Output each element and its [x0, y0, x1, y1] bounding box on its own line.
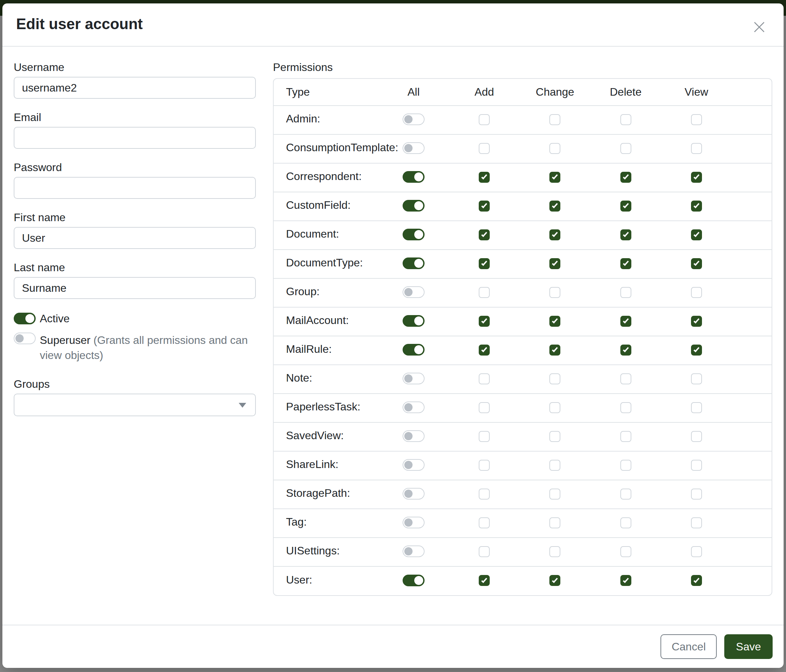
permission-view-checkbox[interactable]: [691, 345, 702, 356]
permission-delete-checkbox[interactable]: [620, 374, 631, 384]
permission-add-checkbox[interactable]: [479, 143, 490, 154]
permission-add-checkbox[interactable]: [479, 488, 490, 499]
cancel-button[interactable]: Cancel: [660, 634, 717, 659]
permission-add-checkbox[interactable]: [479, 345, 490, 356]
password-input[interactable]: [14, 177, 256, 199]
permission-all-toggle[interactable]: [402, 344, 424, 356]
permission-add-checkbox[interactable]: [479, 431, 490, 442]
permission-view-checkbox[interactable]: [691, 172, 702, 183]
permission-change-checkbox[interactable]: [549, 517, 560, 528]
permission-change-checkbox[interactable]: [549, 460, 560, 471]
permission-add-checkbox[interactable]: [479, 258, 490, 269]
permission-change-checkbox[interactable]: [549, 402, 560, 413]
permission-view-checkbox[interactable]: [691, 517, 702, 528]
permission-add-checkbox[interactable]: [479, 201, 490, 212]
permission-all-toggle[interactable]: [402, 545, 424, 557]
toggle-knob: [404, 490, 413, 498]
permission-change-checkbox[interactable]: [549, 172, 560, 183]
permission-add-checkbox[interactable]: [479, 402, 490, 413]
permission-view-checkbox[interactable]: [691, 229, 702, 240]
permission-all-toggle[interactable]: [402, 373, 424, 384]
permission-change-checkbox[interactable]: [549, 143, 560, 154]
permission-delete-checkbox[interactable]: [620, 201, 631, 212]
permission-delete-checkbox[interactable]: [620, 431, 631, 442]
permission-add-checkbox[interactable]: [479, 229, 490, 240]
permission-delete-checkbox[interactable]: [620, 345, 631, 356]
permission-add-checkbox[interactable]: [479, 172, 490, 183]
permission-delete-checkbox[interactable]: [620, 402, 631, 413]
permission-view-checkbox[interactable]: [691, 201, 702, 212]
permission-all-toggle[interactable]: [402, 171, 424, 183]
permission-view-checkbox[interactable]: [691, 402, 702, 413]
permission-all-toggle[interactable]: [402, 575, 424, 586]
active-toggle[interactable]: [14, 313, 36, 324]
permission-delete-checkbox[interactable]: [620, 229, 631, 240]
permission-change-checkbox[interactable]: [549, 575, 560, 586]
permission-view-checkbox[interactable]: [691, 316, 702, 327]
permission-all-toggle[interactable]: [402, 459, 424, 471]
permission-all-toggle[interactable]: [402, 286, 424, 298]
permission-all-toggle[interactable]: [402, 430, 424, 442]
permission-add-checkbox[interactable]: [479, 316, 490, 327]
permission-delete-checkbox[interactable]: [620, 172, 631, 183]
permission-change-checkbox[interactable]: [549, 488, 560, 499]
permission-add-checkbox[interactable]: [479, 546, 490, 557]
permission-delete-checkbox[interactable]: [620, 546, 631, 557]
permission-all-toggle[interactable]: [402, 488, 424, 499]
permission-change-checkbox[interactable]: [549, 287, 560, 298]
permission-add-checkbox[interactable]: [479, 114, 490, 125]
permission-change-checkbox[interactable]: [549, 114, 560, 125]
permission-view-checkbox[interactable]: [691, 258, 702, 269]
groups-select[interactable]: [14, 394, 256, 416]
permission-view-checkbox[interactable]: [691, 114, 702, 125]
close-button[interactable]: [748, 16, 770, 38]
permission-view-checkbox[interactable]: [691, 374, 702, 384]
permission-all-toggle[interactable]: [402, 200, 424, 212]
permission-view-checkbox[interactable]: [691, 575, 702, 586]
permission-delete-checkbox[interactable]: [620, 488, 631, 499]
permission-view-checkbox[interactable]: [691, 460, 702, 471]
permission-delete-checkbox[interactable]: [620, 287, 631, 298]
save-button[interactable]: Save: [724, 634, 773, 659]
permission-change-checkbox[interactable]: [549, 546, 560, 557]
permission-view-checkbox[interactable]: [691, 488, 702, 499]
email-input[interactable]: [14, 127, 256, 149]
permission-delete-checkbox[interactable]: [620, 575, 631, 586]
permission-delete-checkbox[interactable]: [620, 517, 631, 528]
permission-delete-checkbox[interactable]: [620, 258, 631, 269]
permission-view-checkbox[interactable]: [691, 143, 702, 154]
first-name-input[interactable]: [14, 227, 256, 249]
permission-view-checkbox[interactable]: [691, 431, 702, 442]
permission-delete-checkbox[interactable]: [620, 460, 631, 471]
permission-all-toggle[interactable]: [402, 229, 424, 240]
permission-view-checkbox[interactable]: [691, 287, 702, 298]
permission-all-toggle[interactable]: [402, 113, 424, 125]
permission-all-toggle[interactable]: [402, 315, 424, 327]
permission-delete-checkbox[interactable]: [620, 316, 631, 327]
last-name-label: Last name: [14, 261, 256, 273]
permission-view-checkbox[interactable]: [691, 546, 702, 557]
permission-all-toggle[interactable]: [402, 517, 424, 528]
permission-all-toggle[interactable]: [402, 402, 424, 413]
permission-change-checkbox[interactable]: [549, 201, 560, 212]
permission-change-checkbox[interactable]: [549, 316, 560, 327]
permission-delete-checkbox[interactable]: [620, 114, 631, 125]
checkmark-icon: [693, 260, 699, 266]
permission-delete-checkbox[interactable]: [620, 143, 631, 154]
permission-change-checkbox[interactable]: [549, 229, 560, 240]
permission-change-checkbox[interactable]: [549, 345, 560, 356]
permission-row: DocumentType:: [274, 250, 772, 278]
permission-all-toggle[interactable]: [402, 142, 424, 154]
permission-add-checkbox[interactable]: [479, 460, 490, 471]
permission-add-checkbox[interactable]: [479, 287, 490, 298]
permission-add-checkbox[interactable]: [479, 517, 490, 528]
permission-change-checkbox[interactable]: [549, 258, 560, 269]
last-name-input[interactable]: [14, 277, 256, 299]
permission-all-toggle[interactable]: [402, 257, 424, 269]
superuser-toggle[interactable]: [14, 333, 36, 344]
permission-add-checkbox[interactable]: [479, 374, 490, 384]
permission-add-checkbox[interactable]: [479, 575, 490, 586]
username-input[interactable]: [14, 77, 256, 99]
permission-change-checkbox[interactable]: [549, 374, 560, 384]
permission-change-checkbox[interactable]: [549, 431, 560, 442]
